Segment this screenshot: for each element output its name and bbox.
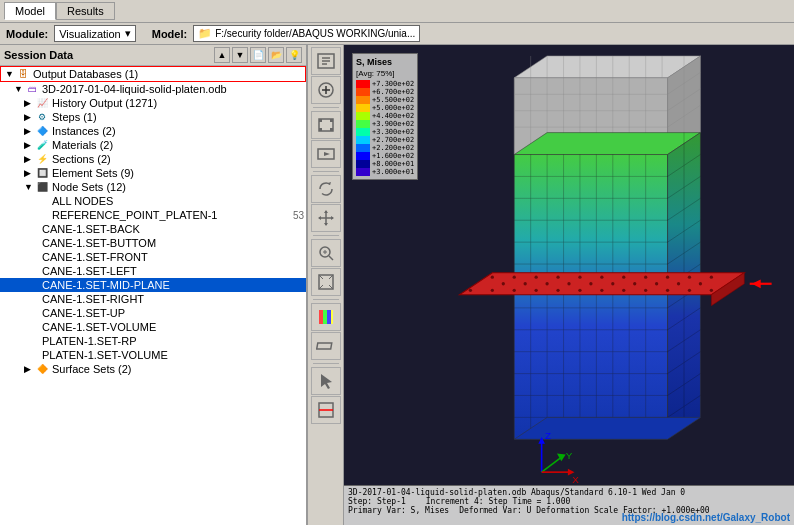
module-label: Module: [6,28,48,40]
tree-item-surface-sets[interactable]: ▶ 🔶 Surface Sets (2) [0,362,306,376]
tree-item-node-sets[interactable]: ▼ ⬛ Node Sets (12) [0,180,306,194]
expander-history[interactable]: ▶ [24,98,34,108]
svg-point-93 [578,276,581,279]
expander-sections[interactable]: ▶ [24,154,34,164]
tree-item-steps[interactable]: ▶ ⚙ Steps (1) [0,110,306,124]
all-nodes-label: ALL NODES [52,195,304,207]
surface-sets-label: Surface Sets (2) [52,363,304,375]
tree-item-history[interactable]: ▶ 📈 History Output (1271) [0,96,306,110]
steps-label: Steps (1) [52,111,304,123]
tree-item-odb-file[interactable]: ▼ 🗃 3D-2017-01-04-liquid-solid-platen.od… [0,82,306,96]
tree-item-ref-point[interactable]: REFERENCE_POINT_PLATEN-1 53 [0,208,306,222]
svg-text:X: X [572,474,579,485]
svg-point-100 [502,282,505,285]
tree-item-set-left[interactable]: CANE-1.SET-LEFT [0,264,306,278]
tree-item-set-right[interactable]: CANE-1.SET-RIGHT [0,292,306,306]
output-dbs-label: Output Databases (1) [33,68,303,80]
status-increment: Increment 4: Step Time = 1.000 [426,497,571,506]
toolbar-btn-section[interactable] [311,396,341,424]
bulb-btn[interactable]: 💡 [286,47,302,63]
tree-item-set-mid-plane[interactable]: CANE-1.SET-MID-PLANE [0,278,306,292]
set-up-label: CANE-1.SET-UP [42,307,304,319]
surface-sets-icon: 🔶 [34,363,50,375]
expander-instances[interactable]: ▶ [24,126,34,136]
left-panel: Session Data ▲ ▼ 📄 📂 💡 ▼ 🗄 Output Databa… [0,45,308,525]
svg-marker-133 [752,279,761,288]
middle-toolbar [308,45,344,525]
tree-item-set-volume[interactable]: CANE-1.SET-VOLUME [0,320,306,334]
svg-point-114 [556,289,559,292]
instances-icon: 🔷 [34,125,50,137]
tree-item-output-dbs[interactable]: ▼ 🗄 Output Databases (1) [0,66,306,82]
sections-icon: ⚡ [34,153,50,165]
tab-results[interactable]: Results [56,2,115,20]
model-path-select[interactable]: 📁 F:/security folder/ABAQUS WORKING/unia… [193,25,420,42]
tree-item-set-up[interactable]: CANE-1.SET-UP [0,306,306,320]
svg-point-117 [622,289,625,292]
svg-point-104 [589,282,592,285]
toolbar-btn-fit[interactable] [311,268,341,296]
set-left-label: CANE-1.SET-LEFT [42,265,304,277]
open-btn[interactable]: 📂 [268,47,284,63]
up-arrow-btn[interactable]: ▲ [214,47,230,63]
tree-item-sections[interactable]: ▶ ⚡ Sections (2) [0,152,306,166]
file-icon: 🗃 [24,83,40,95]
expander-steps[interactable]: ▶ [24,112,34,122]
set-right-label: CANE-1.SET-RIGHT [42,293,304,305]
expander-materials[interactable]: ▶ [24,140,34,150]
set-bottom-label: CANE-1.SET-BUTTOM [42,237,304,249]
svg-point-109 [699,282,702,285]
ref-point-label: REFERENCE_POINT_PLATEN-1 [52,209,291,221]
tree-item-set-front[interactable]: CANE-1.SET-FRONT [0,250,306,264]
new-btn[interactable]: 📄 [250,47,266,63]
toolbar-btn-deform[interactable] [311,332,341,360]
svg-point-96 [644,276,647,279]
materials-icon: 🧪 [34,139,50,151]
tab-model[interactable]: Model [4,2,56,20]
expander-nsets[interactable]: ▼ [24,182,34,192]
tree-item-element-sets[interactable]: ▶ 🔲 Element Sets (9) [0,166,306,180]
odb-file-label: 3D-2017-01-04-liquid-solid-platen.odb [42,83,304,95]
expander-surface[interactable]: ▶ [24,364,34,374]
svg-point-110 [469,289,472,292]
svg-point-105 [611,282,614,285]
node-sets-label: Node Sets (12) [52,181,304,193]
svg-marker-122 [514,417,700,439]
toolbar-btn-film2[interactable] [311,140,341,168]
platen-volume-label: PLATEN-1.SET-VOLUME [42,349,304,361]
tree-item-instances[interactable]: ▶ 🔷 Instances (2) [0,124,306,138]
expander-odb[interactable]: ▼ [14,84,24,94]
tree-item-set-back[interactable]: CANE-1.SET-BACK [0,222,306,236]
svg-text:Z: Z [545,430,551,441]
svg-line-13 [329,256,333,260]
toolbar-btn-film[interactable] [311,111,341,139]
expander-output-dbs[interactable]: ▼ [5,69,15,79]
history-label: History Output (1271) [52,97,304,109]
svg-point-107 [655,282,658,285]
svg-point-118 [644,289,647,292]
tree-item-set-bottom[interactable]: CANE-1.SET-BUTTOM [0,236,306,250]
tree-item-all-nodes[interactable]: ALL NODES [0,194,306,208]
expander-esets[interactable]: ▶ [24,168,34,178]
svg-marker-8 [324,210,328,213]
toolbar-btn-pan[interactable] [311,204,341,232]
set-back-label: CANE-1.SET-BACK [42,223,304,235]
toolbar-btn-contour[interactable] [311,303,341,331]
element-sets-label: Element Sets (9) [52,167,304,179]
svg-point-111 [491,289,494,292]
module-select[interactable]: Visualization ▾ [54,25,136,42]
tree-item-platen-rp[interactable]: PLATEN-1.SET-RP [0,334,306,348]
toolbar-btn-zoom[interactable] [311,239,341,267]
toolbar-btn-cursor[interactable] [311,367,341,395]
svg-rect-20 [331,310,333,324]
svg-point-121 [710,289,713,292]
toolbar-btn-rotate[interactable] [311,175,341,203]
down-arrow-btn[interactable]: ▼ [232,47,248,63]
session-data-bar: Session Data ▲ ▼ 📄 📂 💡 [0,45,306,66]
status-primary-var: Primary Var: S, Mises [348,506,449,515]
toolbar-btn-1[interactable] [311,47,341,75]
tree-item-materials[interactable]: ▶ 🧪 Materials (2) [0,138,306,152]
toolbar-btn-2[interactable] [311,76,341,104]
sections-label: Sections (2) [52,153,304,165]
tree-item-platen-volume[interactable]: PLATEN-1.SET-VOLUME [0,348,306,362]
